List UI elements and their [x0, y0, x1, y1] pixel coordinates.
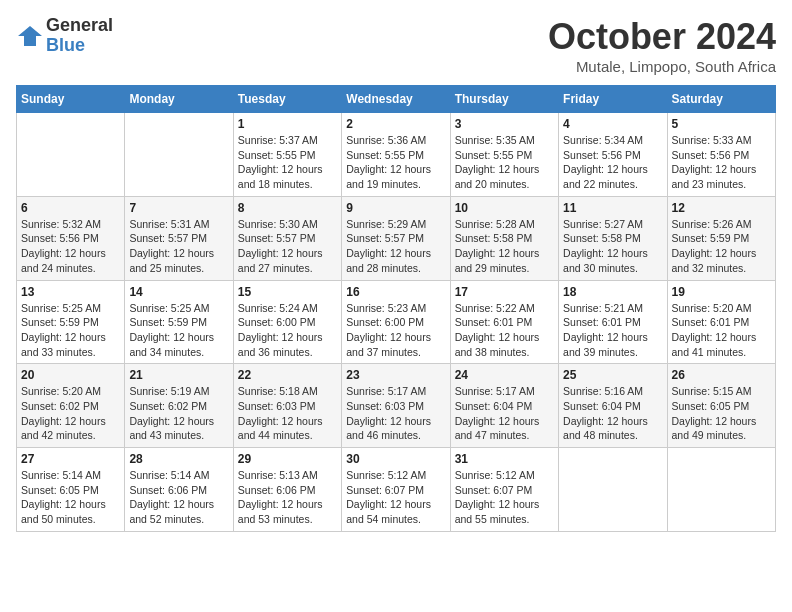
- calendar-cell: 28Sunrise: 5:14 AMSunset: 6:06 PMDayligh…: [125, 448, 233, 532]
- day-info: Sunrise: 5:29 AMSunset: 5:57 PMDaylight:…: [346, 217, 445, 276]
- day-info: Sunrise: 5:17 AMSunset: 6:04 PMDaylight:…: [455, 384, 554, 443]
- location-title: Mutale, Limpopo, South Africa: [548, 58, 776, 75]
- day-info: Sunrise: 5:23 AMSunset: 6:00 PMDaylight:…: [346, 301, 445, 360]
- day-info: Sunrise: 5:14 AMSunset: 6:05 PMDaylight:…: [21, 468, 120, 527]
- calendar-header-cell: Wednesday: [342, 86, 450, 113]
- logo: General Blue: [16, 16, 113, 56]
- calendar-cell: 23Sunrise: 5:17 AMSunset: 6:03 PMDayligh…: [342, 364, 450, 448]
- calendar-cell: 3Sunrise: 5:35 AMSunset: 5:55 PMDaylight…: [450, 113, 558, 197]
- calendar-header-row: SundayMondayTuesdayWednesdayThursdayFrid…: [17, 86, 776, 113]
- calendar-cell: 11Sunrise: 5:27 AMSunset: 5:58 PMDayligh…: [559, 196, 667, 280]
- header: General Blue October 2024 Mutale, Limpop…: [16, 16, 776, 75]
- day-number: 13: [21, 285, 120, 299]
- day-number: 24: [455, 368, 554, 382]
- calendar-cell: 10Sunrise: 5:28 AMSunset: 5:58 PMDayligh…: [450, 196, 558, 280]
- day-number: 3: [455, 117, 554, 131]
- calendar-cell: [559, 448, 667, 532]
- day-number: 5: [672, 117, 771, 131]
- calendar-cell: [667, 448, 775, 532]
- calendar-cell: 25Sunrise: 5:16 AMSunset: 6:04 PMDayligh…: [559, 364, 667, 448]
- calendar-cell: 30Sunrise: 5:12 AMSunset: 6:07 PMDayligh…: [342, 448, 450, 532]
- day-info: Sunrise: 5:28 AMSunset: 5:58 PMDaylight:…: [455, 217, 554, 276]
- calendar-week-row: 27Sunrise: 5:14 AMSunset: 6:05 PMDayligh…: [17, 448, 776, 532]
- calendar-cell: 16Sunrise: 5:23 AMSunset: 6:00 PMDayligh…: [342, 280, 450, 364]
- day-number: 2: [346, 117, 445, 131]
- day-number: 11: [563, 201, 662, 215]
- calendar-header-cell: Saturday: [667, 86, 775, 113]
- day-info: Sunrise: 5:25 AMSunset: 5:59 PMDaylight:…: [129, 301, 228, 360]
- day-info: Sunrise: 5:15 AMSunset: 6:05 PMDaylight:…: [672, 384, 771, 443]
- day-info: Sunrise: 5:20 AMSunset: 6:02 PMDaylight:…: [21, 384, 120, 443]
- day-info: Sunrise: 5:12 AMSunset: 6:07 PMDaylight:…: [346, 468, 445, 527]
- calendar-cell: 13Sunrise: 5:25 AMSunset: 5:59 PMDayligh…: [17, 280, 125, 364]
- calendar-cell: 15Sunrise: 5:24 AMSunset: 6:00 PMDayligh…: [233, 280, 341, 364]
- day-number: 30: [346, 452, 445, 466]
- calendar-cell: 5Sunrise: 5:33 AMSunset: 5:56 PMDaylight…: [667, 113, 775, 197]
- calendar-cell: 22Sunrise: 5:18 AMSunset: 6:03 PMDayligh…: [233, 364, 341, 448]
- day-number: 20: [21, 368, 120, 382]
- day-info: Sunrise: 5:18 AMSunset: 6:03 PMDaylight:…: [238, 384, 337, 443]
- calendar-cell: 8Sunrise: 5:30 AMSunset: 5:57 PMDaylight…: [233, 196, 341, 280]
- day-number: 26: [672, 368, 771, 382]
- calendar: SundayMondayTuesdayWednesdayThursdayFrid…: [16, 85, 776, 532]
- day-info: Sunrise: 5:22 AMSunset: 6:01 PMDaylight:…: [455, 301, 554, 360]
- day-number: 29: [238, 452, 337, 466]
- calendar-header-cell: Sunday: [17, 86, 125, 113]
- day-info: Sunrise: 5:25 AMSunset: 5:59 PMDaylight:…: [21, 301, 120, 360]
- calendar-cell: 29Sunrise: 5:13 AMSunset: 6:06 PMDayligh…: [233, 448, 341, 532]
- logo-text: General Blue: [46, 16, 113, 56]
- day-number: 6: [21, 201, 120, 215]
- calendar-cell: 21Sunrise: 5:19 AMSunset: 6:02 PMDayligh…: [125, 364, 233, 448]
- day-info: Sunrise: 5:24 AMSunset: 6:00 PMDaylight:…: [238, 301, 337, 360]
- calendar-cell: 24Sunrise: 5:17 AMSunset: 6:04 PMDayligh…: [450, 364, 558, 448]
- day-number: 31: [455, 452, 554, 466]
- calendar-cell: [17, 113, 125, 197]
- calendar-week-row: 6Sunrise: 5:32 AMSunset: 5:56 PMDaylight…: [17, 196, 776, 280]
- day-info: Sunrise: 5:13 AMSunset: 6:06 PMDaylight:…: [238, 468, 337, 527]
- calendar-cell: 7Sunrise: 5:31 AMSunset: 5:57 PMDaylight…: [125, 196, 233, 280]
- day-info: Sunrise: 5:31 AMSunset: 5:57 PMDaylight:…: [129, 217, 228, 276]
- day-info: Sunrise: 5:26 AMSunset: 5:59 PMDaylight:…: [672, 217, 771, 276]
- day-info: Sunrise: 5:17 AMSunset: 6:03 PMDaylight:…: [346, 384, 445, 443]
- calendar-cell: 26Sunrise: 5:15 AMSunset: 6:05 PMDayligh…: [667, 364, 775, 448]
- day-number: 1: [238, 117, 337, 131]
- calendar-week-row: 20Sunrise: 5:20 AMSunset: 6:02 PMDayligh…: [17, 364, 776, 448]
- day-number: 7: [129, 201, 228, 215]
- day-number: 23: [346, 368, 445, 382]
- calendar-header-cell: Monday: [125, 86, 233, 113]
- calendar-week-row: 1Sunrise: 5:37 AMSunset: 5:55 PMDaylight…: [17, 113, 776, 197]
- title-area: October 2024 Mutale, Limpopo, South Afri…: [548, 16, 776, 75]
- calendar-cell: 20Sunrise: 5:20 AMSunset: 6:02 PMDayligh…: [17, 364, 125, 448]
- day-number: 8: [238, 201, 337, 215]
- day-info: Sunrise: 5:14 AMSunset: 6:06 PMDaylight:…: [129, 468, 228, 527]
- day-info: Sunrise: 5:34 AMSunset: 5:56 PMDaylight:…: [563, 133, 662, 192]
- calendar-cell: 17Sunrise: 5:22 AMSunset: 6:01 PMDayligh…: [450, 280, 558, 364]
- day-info: Sunrise: 5:32 AMSunset: 5:56 PMDaylight:…: [21, 217, 120, 276]
- day-info: Sunrise: 5:16 AMSunset: 6:04 PMDaylight:…: [563, 384, 662, 443]
- day-info: Sunrise: 5:20 AMSunset: 6:01 PMDaylight:…: [672, 301, 771, 360]
- day-number: 22: [238, 368, 337, 382]
- day-info: Sunrise: 5:19 AMSunset: 6:02 PMDaylight:…: [129, 384, 228, 443]
- calendar-cell: 27Sunrise: 5:14 AMSunset: 6:05 PMDayligh…: [17, 448, 125, 532]
- day-number: 17: [455, 285, 554, 299]
- calendar-cell: 9Sunrise: 5:29 AMSunset: 5:57 PMDaylight…: [342, 196, 450, 280]
- day-number: 27: [21, 452, 120, 466]
- month-title: October 2024: [548, 16, 776, 58]
- day-info: Sunrise: 5:21 AMSunset: 6:01 PMDaylight:…: [563, 301, 662, 360]
- calendar-header-cell: Thursday: [450, 86, 558, 113]
- calendar-week-row: 13Sunrise: 5:25 AMSunset: 5:59 PMDayligh…: [17, 280, 776, 364]
- calendar-cell: 1Sunrise: 5:37 AMSunset: 5:55 PMDaylight…: [233, 113, 341, 197]
- calendar-cell: 12Sunrise: 5:26 AMSunset: 5:59 PMDayligh…: [667, 196, 775, 280]
- day-info: Sunrise: 5:37 AMSunset: 5:55 PMDaylight:…: [238, 133, 337, 192]
- calendar-cell: 18Sunrise: 5:21 AMSunset: 6:01 PMDayligh…: [559, 280, 667, 364]
- logo-icon: [16, 22, 44, 50]
- logo-blue: Blue: [46, 36, 113, 56]
- day-number: 28: [129, 452, 228, 466]
- svg-marker-0: [18, 26, 42, 46]
- calendar-cell: 14Sunrise: 5:25 AMSunset: 5:59 PMDayligh…: [125, 280, 233, 364]
- calendar-body: 1Sunrise: 5:37 AMSunset: 5:55 PMDaylight…: [17, 113, 776, 532]
- calendar-cell: 4Sunrise: 5:34 AMSunset: 5:56 PMDaylight…: [559, 113, 667, 197]
- day-number: 12: [672, 201, 771, 215]
- calendar-cell: 2Sunrise: 5:36 AMSunset: 5:55 PMDaylight…: [342, 113, 450, 197]
- day-number: 14: [129, 285, 228, 299]
